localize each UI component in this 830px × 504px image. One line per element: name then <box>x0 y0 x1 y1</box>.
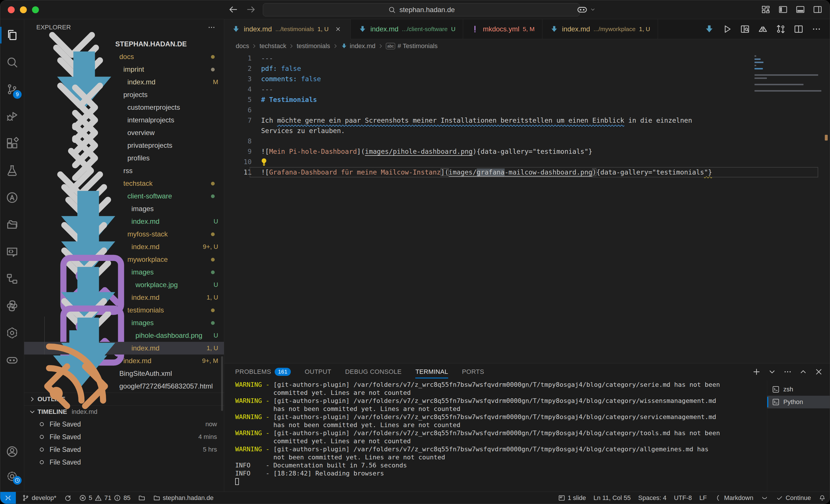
editor-action-markdown-tool[interactable] <box>758 24 768 34</box>
code-line-4[interactable]: 4--- <box>224 84 830 95</box>
panel-tab-ports[interactable]: PORTS <box>462 364 484 380</box>
editor-action-split-editor[interactable] <box>793 24 804 34</box>
check-icon <box>776 494 783 502</box>
breadcrumb-item-testimonials[interactable]: abc# Testimonials <box>386 42 438 50</box>
forward-icon[interactable] <box>246 4 256 15</box>
timeline-item[interactable]: File Saved5 hrs <box>24 443 224 456</box>
status-item-branch[interactable]: develop* <box>18 492 60 504</box>
status-item-notifications[interactable] <box>815 492 830 504</box>
status-remote-indicator[interactable] <box>0 492 16 504</box>
command-center[interactable]: stephan.hadan.de <box>263 3 580 16</box>
terminal-output[interactable]: WARNING - [git-authors-plugin] /var/fold… <box>224 380 767 492</box>
breadcrumb-item-testimonials[interactable]: testimonials <box>296 42 330 50</box>
toggle-panel-icon[interactable] <box>795 4 805 15</box>
activity-remote-explorer[interactable] <box>0 211 24 238</box>
timeline-item[interactable]: File Saved <box>24 456 224 469</box>
tab-mkdocs-yml-2[interactable]: mkdocs.yml5, M <box>463 19 542 39</box>
code-line-7[interactable]: 7Ich möchte gerne ein paar Screenshots m… <box>224 115 830 126</box>
status-item-sync[interactable] <box>60 492 75 504</box>
back-icon[interactable] <box>228 4 238 15</box>
code-line-wrap[interactable]: Services zu erlauben. <box>224 126 830 136</box>
status-item-encoding[interactable]: UTF-8 <box>670 492 695 504</box>
activity-python[interactable] <box>0 292 24 320</box>
status-item-eol[interactable]: LF <box>696 492 711 504</box>
code-line-9[interactable]: 9![Mein Pi-hole-Dashboard](images/pihole… <box>224 146 830 157</box>
code-line-10[interactable]: 10 <box>224 157 830 167</box>
activity-settings[interactable] <box>0 464 24 489</box>
activity-source-control[interactable]: 9 <box>0 76 24 103</box>
code-line-5[interactable]: 5# Testimonials <box>224 95 830 105</box>
panel-action-terminal-dropdown[interactable] <box>767 367 777 376</box>
activity-copilot[interactable] <box>0 346 24 373</box>
terminal-instance-zsh[interactable]: zsh <box>767 383 830 396</box>
close-window-button[interactable] <box>8 6 15 13</box>
editor-action-run[interactable] <box>722 24 732 34</box>
editor-action-open-changes[interactable] <box>775 24 786 34</box>
chevron-right-icon <box>332 43 339 49</box>
activity-hexagon-extension[interactable] <box>0 320 24 346</box>
breadcrumb-item-techstack[interactable]: techstack <box>259 42 286 50</box>
activity-hierarchy[interactable] <box>0 265 24 292</box>
tab-index-md-1[interactable]: index.md.../client-softwareU <box>351 19 463 39</box>
activity-testing[interactable] <box>0 157 24 184</box>
code-line-8[interactable]: 8 <box>224 136 830 146</box>
panel-action-panel-more[interactable] <box>783 367 792 376</box>
minimap[interactable] <box>755 55 822 93</box>
status-item-problems[interactable]: 57185 <box>75 492 134 504</box>
panel-tab-output[interactable]: OUTPUT <box>305 364 331 380</box>
status-text: 71 <box>104 494 111 502</box>
terminal-instance-python[interactable]: Python <box>767 396 830 408</box>
tab-index-md-3[interactable]: index.md.../myworkplace1, U <box>542 19 658 39</box>
panel-action-new-terminal[interactable] <box>752 367 761 376</box>
code-line-11[interactable]: 11![Grafana-Dashboard für meine Mailcow-… <box>224 167 830 177</box>
status-item-language-mode[interactable]: Markdown <box>710 492 757 504</box>
sidebar-scrollbar[interactable] <box>221 356 223 411</box>
status-item-continue[interactable]: Continue <box>772 492 815 504</box>
close-icon[interactable] <box>333 24 343 34</box>
minimize-window-button[interactable] <box>20 6 27 13</box>
activity-run-debug[interactable] <box>0 103 24 130</box>
panel-tab-terminal[interactable]: TERMINAL <box>415 364 448 380</box>
status-item-cursor-position[interactable]: Ln 11, Col 55 <box>589 492 634 504</box>
zoom-window-button[interactable] <box>32 6 39 13</box>
activity-letter-a[interactable] <box>0 184 24 211</box>
activity-live-preview[interactable] <box>0 238 24 265</box>
breadcrumb-item-index-md[interactable]: index.md <box>341 42 376 50</box>
panel-tab-problems[interactable]: PROBLEMS161 <box>235 364 291 380</box>
python-icon <box>5 299 19 312</box>
customize-layout-icon[interactable] <box>761 4 771 15</box>
status-item-spinner[interactable] <box>757 492 772 504</box>
git-status-badge: U <box>214 218 218 225</box>
activity-explorer[interactable] <box>0 22 24 49</box>
copilot-menu-button[interactable] <box>576 4 596 15</box>
code-editor[interactable]: 1---2pdf: false3comments: false4---5# Te… <box>224 53 830 363</box>
breadcrumb-item-docs[interactable]: docs <box>236 42 249 50</box>
panel-action-close-panel[interactable] <box>814 367 823 376</box>
toggle-primary-sidebar-icon[interactable] <box>778 4 788 15</box>
more-actions-icon[interactable] <box>207 23 216 32</box>
code-line-1[interactable]: 1--- <box>224 53 830 63</box>
activity-accounts[interactable] <box>0 439 24 464</box>
tree-file-googlef727264f56832057-html[interactable]: googlef727264f56832057.html <box>24 380 224 393</box>
status-item-folder-action[interactable] <box>134 492 149 504</box>
code-line-2[interactable]: 2pdf: false <box>224 63 830 74</box>
timeline-item[interactable]: File Saved4 mins <box>24 431 224 443</box>
editor-action-open-preview-side[interactable] <box>740 24 750 34</box>
code-line-3[interactable]: 3comments: false <box>224 74 830 84</box>
editor-action-markdown-preview[interactable] <box>704 24 714 34</box>
status-item-slides[interactable]: 1 slide <box>554 492 590 504</box>
panel-action-maximize-panel[interactable] <box>799 367 808 376</box>
activity-extensions[interactable] <box>0 130 24 157</box>
tab-index-md-0[interactable]: index.md.../testimonials1, U <box>224 19 351 39</box>
code-line-6[interactable]: 6 <box>224 105 830 115</box>
tree-item-label: imprint <box>123 65 208 73</box>
history-nav <box>228 4 256 15</box>
panel-tab-debug-console[interactable]: DEBUG CONSOLE <box>345 364 402 380</box>
editor-action-more-actions[interactable] <box>811 24 822 34</box>
status-item-indentation[interactable]: Spaces: 4 <box>635 492 670 504</box>
activity-search[interactable] <box>0 49 24 76</box>
lightbulb-icon[interactable] <box>259 157 268 166</box>
status-text: develop* <box>32 494 57 502</box>
toggle-secondary-sidebar-icon[interactable] <box>812 4 823 15</box>
status-item-workspace[interactable]: stephan.hadan.de <box>149 492 217 504</box>
